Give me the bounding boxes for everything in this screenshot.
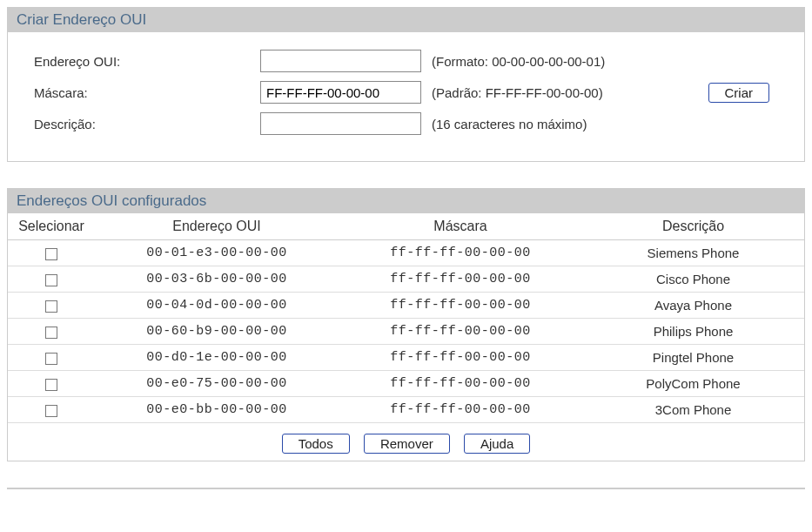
cell-mask: ff-ff-ff-00-00-00 (339, 319, 582, 345)
col-description: Descrição (582, 213, 804, 240)
table-row: 00-e0-bb-00-00-00ff-ff-ff-00-00-003Com P… (8, 397, 804, 423)
table-row: 00-d0-1e-00-00-00ff-ff-ff-00-00-00Pingte… (8, 345, 804, 371)
col-address: Endereço OUI (95, 213, 339, 240)
cell-mask: ff-ff-ff-00-00-00 (339, 266, 582, 293)
cell-mask: ff-ff-ff-00-00-00 (339, 240, 582, 266)
create-panel-title: Criar Endereço OUI (8, 8, 804, 32)
create-oui-panel: Criar Endereço OUI Endereço OUI: (Format… (7, 7, 805, 162)
cell-mask: ff-ff-ff-00-00-00 (339, 345, 582, 371)
label-address: Endereço OUI: (34, 54, 260, 69)
cell-description: Siemens Phone (582, 240, 804, 266)
row-checkbox[interactable] (45, 300, 57, 313)
row-description: Descrição: (16 caracteres no máximo) (34, 112, 778, 135)
table-button-row: Todos Remover Ajuda (8, 423, 804, 461)
table-row: 00-60-b9-00-00-00ff-ff-ff-00-00-00Philip… (8, 319, 804, 345)
row-checkbox[interactable] (45, 327, 57, 339)
remove-button[interactable]: Remover (364, 434, 450, 454)
cell-address: 00-03-6b-00-00-00 (95, 266, 339, 293)
hint-description: (16 caracteres no máximo) (432, 117, 587, 131)
hint-address: (Formato: 00-00-00-00-00-01) (432, 54, 605, 69)
cell-address: 00-60-b9-00-00-00 (95, 319, 339, 345)
cell-address: 00-e0-bb-00-00-00 (95, 397, 339, 423)
input-description[interactable] (260, 112, 421, 135)
help-button[interactable]: Ajuda (464, 434, 530, 454)
footer-divider (7, 488, 805, 489)
cell-address: 00-04-0d-00-00-00 (95, 293, 339, 319)
cell-address: 00-01-e3-00-00-00 (95, 240, 339, 266)
table-row: 00-e0-75-00-00-00ff-ff-ff-00-00-00PolyCo… (8, 371, 804, 397)
oui-table: Selecionar Endereço OUI Máscara Descriçã… (8, 213, 804, 423)
col-mask: Máscara (339, 213, 582, 240)
col-select: Selecionar (8, 213, 95, 240)
configured-oui-panel: Endereços OUI configurados Selecionar En… (7, 188, 805, 461)
cell-description: 3Com Phone (582, 397, 804, 423)
table-row: 00-03-6b-00-00-00ff-ff-ff-00-00-00Cisco … (8, 266, 804, 293)
cell-address: 00-d0-1e-00-00-00 (95, 345, 339, 371)
row-checkbox[interactable] (45, 274, 57, 286)
row-checkbox[interactable] (45, 405, 57, 417)
cell-mask: ff-ff-ff-00-00-00 (339, 371, 582, 397)
table-header-row: Selecionar Endereço OUI Máscara Descriçã… (8, 213, 804, 240)
cell-description: Pingtel Phone (582, 345, 804, 371)
cell-mask: ff-ff-ff-00-00-00 (339, 293, 582, 319)
hint-mask: (Padrão: FF-FF-FF-00-00-00) (432, 85, 603, 100)
row-checkbox[interactable] (45, 353, 57, 365)
cell-description: Avaya Phone (582, 293, 804, 319)
create-button[interactable]: Criar (708, 83, 770, 103)
cell-address: 00-e0-75-00-00-00 (95, 371, 339, 397)
cell-description: Cisco Phone (582, 266, 804, 293)
cell-description: Philips Phone (582, 319, 804, 345)
row-mask: Máscara: (Padrão: FF-FF-FF-00-00-00) Cri… (34, 81, 778, 104)
list-panel-title: Endereços OUI configurados (8, 189, 804, 213)
input-mask[interactable] (260, 81, 421, 104)
row-checkbox[interactable] (45, 248, 57, 260)
create-form: Endereço OUI: (Formato: 00-00-00-00-00-0… (8, 32, 804, 161)
table-row: 00-01-e3-00-00-00ff-ff-ff-00-00-00Siemen… (8, 240, 804, 266)
input-address[interactable] (260, 50, 421, 72)
row-address: Endereço OUI: (Formato: 00-00-00-00-00-0… (34, 50, 778, 72)
cell-description: PolyCom Phone (582, 371, 804, 397)
cell-mask: ff-ff-ff-00-00-00 (339, 397, 582, 423)
row-checkbox[interactable] (45, 379, 57, 391)
label-mask: Máscara: (34, 85, 260, 100)
table-row: 00-04-0d-00-00-00ff-ff-ff-00-00-00Avaya … (8, 293, 804, 319)
label-description: Descrição: (34, 117, 260, 131)
select-all-button[interactable]: Todos (282, 434, 350, 454)
